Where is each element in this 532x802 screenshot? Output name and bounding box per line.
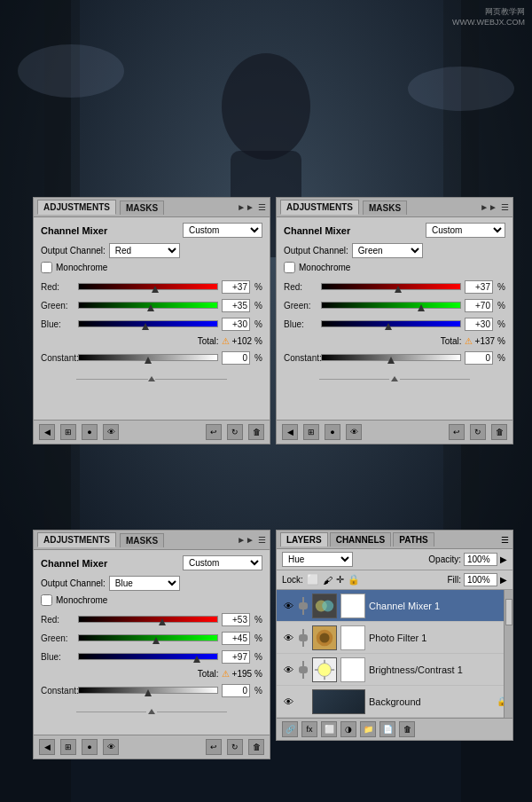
scrollbar-thumb[interactable] bbox=[505, 599, 512, 625]
green-track-red-panel[interactable] bbox=[78, 302, 218, 309]
monochrome-checkbox-red[interactable] bbox=[41, 262, 52, 273]
new-layer-icon-blue[interactable]: ⊞ bbox=[60, 739, 76, 755]
preset-select-red[interactable]: Custom bbox=[183, 223, 262, 238]
layers-menu-icon[interactable]: ☰ bbox=[501, 535, 509, 545]
red-thumb[interactable] bbox=[152, 282, 159, 293]
constant-thumb-blue[interactable] bbox=[145, 686, 152, 696]
eye-icon-green[interactable]: 👁 bbox=[346, 424, 362, 440]
menu-icon-green[interactable]: ☰ bbox=[501, 202, 509, 212]
blue-value-red-panel[interactable] bbox=[222, 318, 250, 331]
fx-icon-layers[interactable]: fx bbox=[301, 721, 317, 737]
constant-thumb-red[interactable] bbox=[145, 353, 152, 364]
masks-tab-blue[interactable]: MASKS bbox=[120, 533, 164, 547]
red-track[interactable] bbox=[78, 283, 218, 290]
output-channel-select-green[interactable]: Green bbox=[352, 243, 423, 258]
constant-value-green[interactable] bbox=[465, 351, 493, 365]
green-track-green-panel[interactable] bbox=[321, 302, 461, 309]
menu-icon-red[interactable]: ☰ bbox=[258, 202, 266, 212]
red-thumb-green-panel[interactable] bbox=[395, 282, 402, 293]
blue-value-green-panel[interactable] bbox=[465, 318, 493, 331]
green-track-blue-panel[interactable] bbox=[78, 634, 218, 641]
layers-tab[interactable]: LAYERS bbox=[280, 532, 328, 546]
lock-all-icon[interactable]: 🔒 bbox=[348, 574, 360, 586]
constant-value-red[interactable] bbox=[222, 351, 250, 365]
blend-mode-select[interactable]: Hue bbox=[282, 552, 353, 567]
red-value-green-panel[interactable] bbox=[465, 280, 493, 294]
blue-thumb-blue-panel[interactable] bbox=[193, 652, 200, 663]
new-layer-icon-red[interactable]: ⊞ bbox=[60, 424, 76, 440]
adjustments-tab-blue[interactable]: ADJUSTMENTS bbox=[37, 532, 116, 547]
paths-tab[interactable]: PATHS bbox=[393, 532, 434, 546]
trash-icon-red[interactable]: 🗑 bbox=[248, 424, 264, 440]
undo-icon-blue[interactable]: ↩ bbox=[206, 739, 222, 755]
layer-visibility-channel-mixer[interactable]: 👁 bbox=[282, 600, 294, 612]
layers-scrollbar[interactable] bbox=[504, 590, 512, 718]
opacity-arrow[interactable]: ▶ bbox=[500, 554, 507, 564]
arrow-left-icon-blue[interactable]: ◀ bbox=[39, 739, 55, 755]
new-layer-icon-layers[interactable]: 📄 bbox=[379, 721, 395, 737]
red-track-green-panel[interactable] bbox=[321, 283, 461, 290]
mask-icon-layers[interactable]: ⬜ bbox=[321, 721, 337, 737]
adjustments-tab-green[interactable]: ADJUSTMENTS bbox=[280, 200, 359, 215]
expand-icon-blue[interactable]: ►► bbox=[237, 535, 254, 545]
constant-value-blue[interactable] bbox=[222, 684, 250, 697]
blue-thumb-red-panel[interactable] bbox=[142, 319, 149, 330]
arrow-left-icon-green[interactable]: ◀ bbox=[282, 424, 298, 440]
green-value-green-panel[interactable] bbox=[465, 299, 493, 312]
eye-icon-red[interactable]: 👁 bbox=[103, 424, 119, 440]
undo-icon-green[interactable]: ↩ bbox=[449, 424, 465, 440]
monochrome-checkbox-blue[interactable] bbox=[41, 594, 52, 606]
green-value-blue-panel[interactable] bbox=[222, 632, 250, 645]
layer-item-channel-mixer[interactable]: 👁 Channel Mixer 1 bbox=[277, 590, 512, 622]
adjustments-tab-red[interactable]: ADJUSTMENTS bbox=[37, 200, 116, 215]
masks-tab-green[interactable]: MASKS bbox=[363, 200, 407, 215]
output-channel-select-red[interactable]: Red bbox=[109, 243, 180, 258]
refresh-icon-red[interactable]: ↻ bbox=[227, 424, 243, 440]
green-thumb-red-panel[interactable] bbox=[147, 301, 154, 311]
expand-icon-red[interactable]: ►► bbox=[237, 202, 254, 212]
preset-select-blue[interactable]: Custom bbox=[183, 555, 262, 570]
refresh-icon-green[interactable]: ↻ bbox=[470, 424, 486, 440]
green-value-red-panel[interactable] bbox=[222, 299, 250, 312]
eye-icon-blue[interactable]: 👁 bbox=[103, 739, 119, 755]
constant-track-green[interactable] bbox=[321, 354, 461, 361]
folder-icon-layers[interactable]: 📁 bbox=[360, 721, 376, 737]
masks-tab-red[interactable]: MASKS bbox=[120, 200, 164, 215]
layer-item-background[interactable]: 👁 Background 🔒 bbox=[277, 686, 512, 718]
trash-icon-layers[interactable]: 🗑 bbox=[399, 721, 415, 737]
constant-track-blue[interactable] bbox=[78, 687, 218, 694]
constant-thumb-green[interactable] bbox=[387, 353, 395, 364]
trash-icon-blue[interactable]: 🗑 bbox=[248, 739, 264, 755]
lock-transparent-icon[interactable]: ⬜ bbox=[307, 574, 319, 586]
red-track-blue-panel[interactable] bbox=[78, 616, 218, 623]
green-thumb-blue-panel[interactable] bbox=[153, 633, 160, 644]
blue-track-red-panel[interactable] bbox=[78, 320, 218, 327]
red-value-blue-panel[interactable] bbox=[222, 613, 250, 626]
layer-item-photo-filter[interactable]: 👁 Photo Filter 1 bbox=[277, 622, 512, 654]
blue-value-blue-panel[interactable] bbox=[222, 650, 250, 664]
trash-icon-green[interactable]: 🗑 bbox=[491, 424, 507, 440]
refresh-icon-blue[interactable]: ↻ bbox=[227, 739, 243, 755]
fill-arrow[interactable]: ▶ bbox=[500, 575, 507, 585]
output-channel-select-blue[interactable]: Blue bbox=[109, 576, 180, 591]
blue-track-blue-panel[interactable] bbox=[78, 653, 218, 660]
blue-track-green-panel[interactable] bbox=[321, 320, 461, 327]
circle-icon-blue[interactable]: ● bbox=[82, 739, 98, 755]
red-value-input[interactable] bbox=[222, 280, 250, 294]
green-thumb-green-panel[interactable] bbox=[418, 301, 425, 311]
layer-visibility-background[interactable]: 👁 bbox=[282, 696, 294, 708]
red-thumb-blue-panel[interactable] bbox=[159, 615, 166, 625]
lock-move-icon[interactable]: ✛ bbox=[336, 574, 344, 586]
menu-icon-blue[interactable]: ☰ bbox=[258, 535, 266, 545]
circle-icon-red[interactable]: ● bbox=[82, 424, 98, 440]
new-layer-icon-green[interactable]: ⊞ bbox=[303, 424, 319, 440]
undo-icon-red[interactable]: ↩ bbox=[206, 424, 222, 440]
constant-track-red[interactable] bbox=[78, 354, 218, 361]
circle-icon-green[interactable]: ● bbox=[325, 424, 340, 440]
layer-item-brightness[interactable]: 👁 Brightness/Contrast 1 bbox=[277, 654, 512, 686]
channels-tab[interactable]: CHANNELS bbox=[330, 532, 392, 546]
lock-brush-icon[interactable]: 🖌 bbox=[323, 575, 332, 586]
expand-icon-green[interactable]: ►► bbox=[480, 202, 497, 212]
opacity-input[interactable] bbox=[464, 553, 497, 566]
monochrome-checkbox-green[interactable] bbox=[284, 262, 295, 273]
